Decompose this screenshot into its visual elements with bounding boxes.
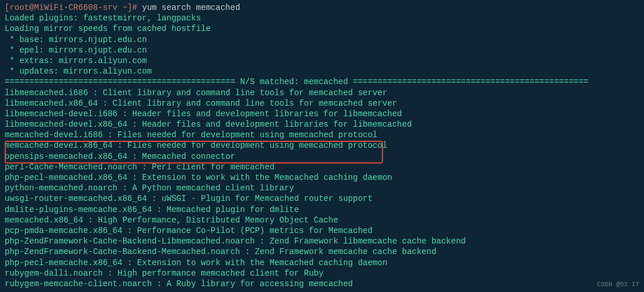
output-loading: Loading mirror speeds from cached hostfi… [5, 23, 639, 34]
result-line: uwsgi-router-memcached.x86_64 : uWSGI - … [5, 193, 639, 204]
result-line: rubygem-dalli.noarch : High performance … [5, 268, 639, 279]
result-line: memcached.x86_64 : High Performance, Dis… [5, 215, 639, 225]
blank-line [5, 289, 639, 292]
result-line: php-ZendFramework-Cache-Backend-Memcache… [5, 246, 639, 257]
result-line: php-pecl-memcached.x86_64 : Extension to… [5, 172, 639, 183]
result-line: php-ZendFramework-Cache-Backend-Libmemca… [5, 236, 639, 246]
result-line: perl-Cache-Memcached.noarch : Perl clien… [5, 162, 639, 172]
result-line: libmemcached.x86_64 : Client library and… [5, 98, 639, 109]
watermark-text: CSDN @52 IT [597, 280, 639, 288]
prompt-separator [137, 3, 142, 12]
result-line: python-memcached.noarch : A Python memca… [5, 183, 639, 193]
output-plugins: Loaded plugins: fastestmirror, langpacks [5, 13, 639, 23]
result-line: pcp-pmda-memcache.x86_64 : Performance C… [5, 225, 639, 236]
mirror-line: * epel: mirrors.njupt.edu.cn [5, 45, 639, 55]
result-line: memcached-devel.i686 : Files needed for … [5, 130, 639, 140]
result-line: libmemcached-devel.x86_64 : Header files… [5, 119, 639, 130]
match-header: ========================================… [5, 77, 639, 87]
result-line: opensips-memcached.x86_64 : Memcached co… [5, 151, 639, 162]
result-line: rubygem-memcache-client.noarch : A Ruby … [5, 279, 639, 289]
result-line: php-pecl-memcache.x86_64 : Extension to … [5, 258, 639, 268]
terminal-prompt-line[interactable]: [root@MiWiFi-CR6608-srv ~]# yum search m… [5, 2, 639, 13]
result-line: libmemcached-devel.i686 : Header files a… [5, 109, 639, 119]
mirror-line: * extras: mirrors.aliyun.com [5, 55, 639, 66]
command-text: yum search memcached [142, 3, 240, 12]
result-line: memcached-devel.x86_64 : Files needed fo… [5, 140, 639, 151]
result-line: dmlite-plugins-memcache.x86_64 : Memcach… [5, 204, 639, 215]
mirror-line: * updates: mirrors.aliyun.com [5, 66, 639, 77]
result-line: libmemcached.i686 : Client library and c… [5, 88, 639, 98]
mirror-line: * base: mirrors.njupt.edu.cn [5, 34, 639, 45]
prompt-user-host: [root@MiWiFi-CR6608-srv ~]# [5, 3, 137, 12]
